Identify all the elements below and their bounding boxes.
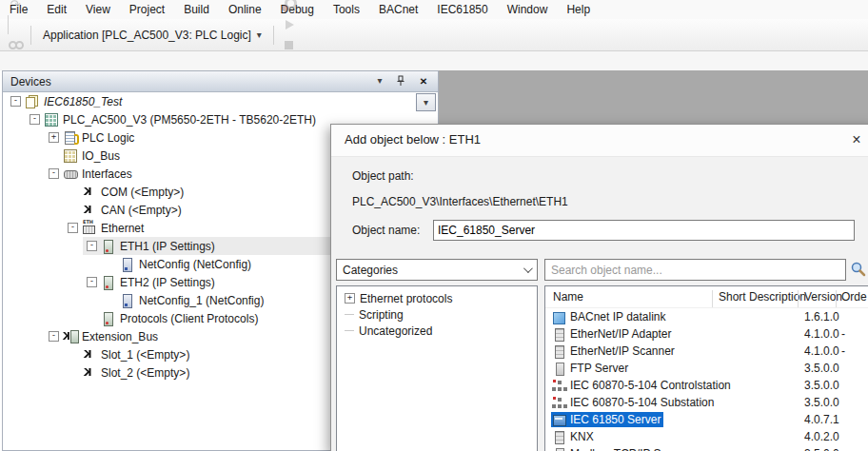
tree-expander[interactable]: -: [87, 241, 97, 251]
column-name: Name: [553, 290, 583, 304]
object-row-selection: FTP Server: [551, 361, 631, 376]
toolbar-separator: [8, 15, 9, 34]
categories-dropdown-value: Categories: [343, 264, 398, 277]
object-row-ethernet-ip-adapter[interactable]: EtherNet/IP Adapter4.1.0.0-: [545, 325, 868, 343]
object-name: EtherNet/IP Adapter: [570, 327, 672, 341]
menu-view[interactable]: View: [76, 0, 120, 19]
tree-expander[interactable]: -: [10, 96, 21, 107]
category-expander[interactable]: +: [345, 293, 355, 304]
add-object-dialog: Add object below : ETH1 × Object path: P…: [330, 124, 868, 451]
eth-device-icon: [101, 276, 117, 289]
object-row-selection: IEC 61850 Server: [551, 412, 663, 427]
eth-device-icon: [101, 312, 117, 325]
redo-button[interactable]: ↷: [5, 0, 26, 15]
menu-edit[interactable]: Edit: [37, 0, 76, 19]
logout-button[interactable]: [279, 0, 300, 14]
object-name-label: Object name:: [352, 224, 420, 237]
close-icon: ×: [852, 131, 860, 148]
tree-item-label: NetConfig (NetConfig): [136, 257, 254, 272]
active-application-label: Application [PLC_AC500_V3: PLC Logic]: [43, 29, 251, 42]
object-path-label: Object path:: [352, 169, 414, 183]
object-name: Modbus TCP/IP Server: [570, 447, 687, 451]
panel-pin-button[interactable]: [392, 73, 409, 88]
tree-expander[interactable]: +: [49, 132, 59, 143]
menu-project[interactable]: Project: [120, 0, 174, 19]
object-table-header[interactable]: Name Short Description Version Orde: [545, 286, 868, 308]
object-table: Name Short Description Version Orde BACn…: [544, 285, 868, 451]
dialog-close-button[interactable]: ×: [845, 129, 868, 150]
active-application-selector[interactable]: Application [PLC_AC500_V3: PLC Logic] ▾: [37, 27, 267, 44]
category-item-ethernet-protocols[interactable]: +Ethernet protocols: [337, 290, 537, 306]
iec104-icon: [552, 397, 567, 409]
tree-item-label: ETH2 (IP Settings): [117, 275, 218, 290]
menu-online[interactable]: Online: [219, 0, 271, 19]
connector-icon: [82, 186, 98, 199]
tree-item-label: IEC61850_Test: [41, 94, 125, 109]
tree-expander[interactable]: -: [49, 331, 59, 342]
object-name: EtherNet/IP Scanner: [570, 344, 675, 358]
menu-bacnet[interactable]: BACnet: [369, 0, 427, 19]
start-icon: [282, 17, 297, 32]
panel-close-button[interactable]: ✕: [415, 73, 432, 88]
menu-build[interactable]: Build: [174, 0, 219, 19]
object-version: 3.5.0.0: [804, 396, 839, 409]
netconfig-icon: [120, 294, 136, 307]
search-input[interactable]: [544, 259, 846, 281]
chevron-down-icon: ▾: [257, 30, 262, 40]
redo-icon: ↷: [8, 0, 23, 12]
app-window: { "menubar": { "items": ["File","Edit","…: [0, 0, 868, 451]
menu-tools[interactable]: Tools: [324, 0, 369, 19]
plc-icon: [44, 113, 60, 127]
root-device-dropdown-button[interactable]: ▾: [416, 93, 436, 111]
object-version: 4.1.0.0: [804, 344, 839, 358]
menu-bar: FileEditViewProjectBuildOnlineDebugTools…: [0, 0, 868, 19]
object-row-ethernet-ip-scanner[interactable]: EtherNet/IP Scanner4.1.0.0-: [545, 343, 868, 360]
ethernet-icon: [82, 222, 98, 235]
dialog-titlebar[interactable]: Add object below : ETH1 ×: [331, 125, 868, 157]
start-button[interactable]: [279, 14, 300, 35]
column-order: Orde: [841, 290, 867, 304]
categories-dropdown[interactable]: Categories: [336, 259, 538, 281]
tree-expander[interactable]: -: [87, 277, 97, 287]
tree-item-label: Protocols (Client Protocols): [117, 311, 261, 326]
object-row-bacnet-ip-datalink[interactable]: BACnet IP datalink1.6.1.0: [545, 308, 868, 325]
menu-iec61850[interactable]: IEC61850: [427, 0, 497, 19]
toolbar-separator: [30, 26, 31, 45]
object-row-iec-61850-server[interactable]: IEC 61850 Server4.0.7.1: [545, 411, 868, 428]
search-icon[interactable]: [850, 261, 866, 280]
iec104-icon: [552, 380, 567, 392]
object-row-iec-60870-5-104-controlstation[interactable]: IEC 60870-5-104 Controlstation3.5.0.0: [545, 377, 868, 394]
object-name: IEC 60870-5-104 Controlstation: [570, 379, 731, 392]
object-row-iec-60870-5-104-substation[interactable]: IEC 60870-5-104 Substation3.5.0.0: [545, 394, 868, 411]
connector-icon: [82, 366, 98, 380]
tree-item-iec61850-test[interactable]: -IEC61850_Test ▾: [3, 92, 438, 110]
tree-item-label: NetConfig_1 (NetConfig): [136, 293, 266, 308]
connector-icon: [82, 204, 98, 217]
category-tree: +Ethernet protocolsScriptingUncategorize…: [336, 285, 538, 451]
modbus-icon: [552, 448, 567, 451]
object-name-input[interactable]: [433, 220, 855, 241]
ftp-icon: [552, 363, 567, 375]
category-item-scripting[interactable]: Scripting: [337, 306, 537, 323]
category-item-uncategorized[interactable]: Uncategorized: [337, 323, 537, 339]
tree-expander[interactable]: -: [30, 114, 40, 125]
object-row-selection: IEC 60870-5-104 Controlstation: [551, 378, 734, 393]
connector-icon: [82, 348, 98, 362]
object-row-modbus-tcp-ip-server[interactable]: Modbus TCP/IP Server3.5.0.0: [545, 445, 868, 451]
column-short-description: Short Description: [719, 290, 806, 304]
object-row-selection: EtherNet/IP Scanner: [551, 343, 678, 359]
object-version: 3.5.0.0: [804, 447, 839, 451]
tree-expander[interactable]: -: [49, 168, 59, 179]
object-row-ftp-server[interactable]: FTP Server3.5.0.0: [545, 360, 868, 377]
netconfig-icon: [120, 258, 136, 271]
panel-menu-button[interactable]: ▾: [371, 73, 388, 88]
tree-expander[interactable]: -: [68, 223, 78, 233]
menu-window[interactable]: Window: [498, 0, 558, 19]
category-item-label: Scripting: [359, 308, 404, 322]
object-name: KNX: [570, 430, 594, 443]
category-item-label: Uncategorized: [359, 324, 432, 338]
menu-help[interactable]: Help: [557, 0, 600, 19]
category-item-label: Ethernet protocols: [360, 292, 452, 305]
object-row-knx[interactable]: KNX4.0.2.0: [545, 428, 868, 445]
object-row-selection: KNX: [551, 429, 597, 444]
